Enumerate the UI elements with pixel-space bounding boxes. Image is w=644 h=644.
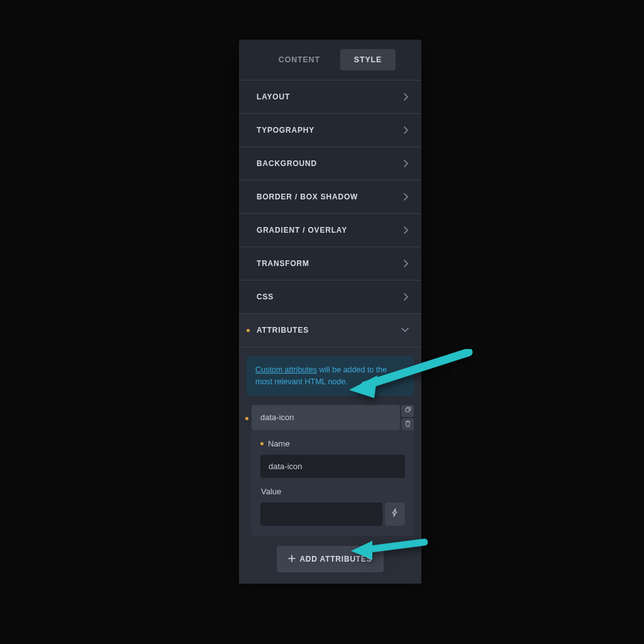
attribute-chip[interactable]: data-icon <box>252 405 400 430</box>
section-typography[interactable]: TYPOGRAPHY <box>239 114 421 147</box>
section-css[interactable]: CSS <box>239 280 421 314</box>
bolt-icon <box>391 508 399 519</box>
chevron-right-icon <box>404 160 409 167</box>
name-label: Name <box>268 439 290 448</box>
custom-attributes-link[interactable]: Custom attributes <box>255 365 317 374</box>
section-transform[interactable]: TRANSFORM <box>239 247 421 280</box>
plus-icon <box>288 553 296 565</box>
tab-style[interactable]: STYLE <box>340 49 396 70</box>
chevron-right-icon <box>404 226 409 234</box>
section-label: TYPOGRAPHY <box>257 126 314 135</box>
section-label: BORDER / BOX SHADOW <box>257 192 358 201</box>
section-label: LAYOUT <box>257 92 290 101</box>
chevron-right-icon <box>404 126 409 134</box>
delete-button[interactable] <box>401 418 414 430</box>
section-label: ATTRIBUTES <box>257 326 309 335</box>
add-attributes-button[interactable]: ADD ATTRIBUTES <box>277 546 383 572</box>
section-background[interactable]: BACKGROUND <box>239 147 421 180</box>
value-label: Value <box>261 487 281 496</box>
value-input[interactable] <box>260 502 382 526</box>
section-label: TRANSFORM <box>257 259 309 268</box>
attribute-fields: Name Value <box>252 430 414 536</box>
duplicate-button[interactable] <box>401 405 414 417</box>
chevron-right-icon <box>404 260 409 267</box>
info-box: Custom attributes will be added to the m… <box>247 356 414 396</box>
section-label: CSS <box>257 292 274 301</box>
modified-dot-icon <box>247 329 250 332</box>
duplicate-icon <box>404 405 411 416</box>
svg-rect-0 <box>406 408 409 412</box>
trash-icon <box>404 418 411 430</box>
dynamic-value-button[interactable] <box>385 502 405 526</box>
section-label: GRADIENT / OVERLAY <box>257 226 347 235</box>
section-border[interactable]: BORDER / BOX SHADOW <box>239 180 421 214</box>
name-input[interactable] <box>260 455 405 478</box>
attribute-actions <box>401 405 414 430</box>
tabs-row: CONTENT STYLE <box>239 40 421 80</box>
section-attributes[interactable]: ATTRIBUTES <box>239 314 421 347</box>
attributes-body: Custom attributes will be added to the m… <box>239 347 421 584</box>
chevron-right-icon <box>404 293 409 301</box>
chevron-down-icon <box>401 328 409 333</box>
section-label: BACKGROUND <box>257 159 317 168</box>
name-field-group: Name <box>260 439 405 478</box>
modified-dot-icon <box>260 442 264 445</box>
chevron-right-icon <box>404 193 409 201</box>
value-field-group: Value <box>260 487 405 526</box>
chevron-right-icon <box>404 93 409 101</box>
attribute-header: data-icon <box>252 405 414 430</box>
section-gradient[interactable]: GRADIENT / OVERLAY <box>239 214 421 247</box>
tab-content[interactable]: CONTENT <box>265 49 334 70</box>
modified-dot-icon <box>245 417 248 420</box>
section-layout[interactable]: LAYOUT <box>239 80 421 114</box>
style-panel: CONTENT STYLE LAYOUT TYPOGRAPHY BACKGROU… <box>239 40 421 584</box>
add-button-label: ADD ATTRIBUTES <box>299 555 372 564</box>
attribute-block: data-icon Name <box>247 405 414 536</box>
